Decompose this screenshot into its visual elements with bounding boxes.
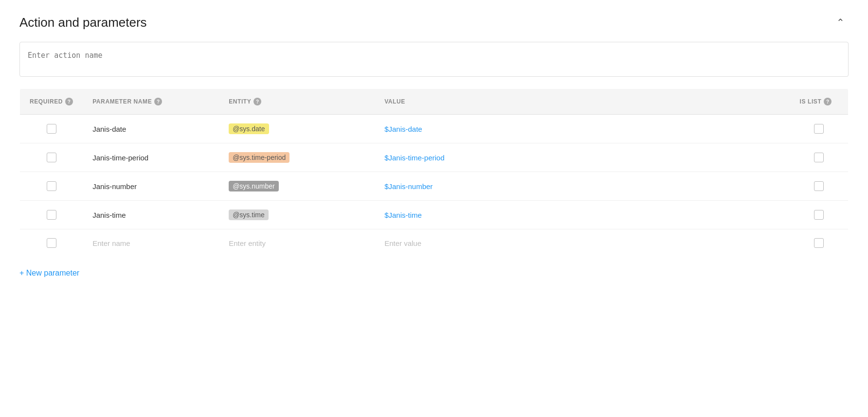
is-list-cell-2 — [790, 172, 849, 201]
collapse-button[interactable]: ⌃ — [832, 15, 849, 30]
parameters-table: REQUIRED ? PARAMETER NAME ? ENTITY ? — [19, 88, 849, 257]
entity-cell-2: @sys.number — [219, 172, 375, 201]
is-list-checkbox-1[interactable] — [814, 153, 824, 162]
value-link-1[interactable]: $Janis-time-period — [384, 154, 444, 162]
page-header: Action and parameters ⌃ — [19, 15, 849, 30]
required-checkbox-1[interactable] — [47, 153, 56, 162]
table-header-row: REQUIRED ? PARAMETER NAME ? ENTITY ? — [20, 89, 849, 115]
required-cell-1 — [20, 143, 83, 172]
is-list-checkbox-3[interactable] — [814, 210, 824, 220]
value-cell-2: $Janis-number — [375, 172, 790, 201]
value-cell-0: $Janis-date — [375, 115, 790, 143]
value-link-3[interactable]: $Janis-time — [384, 211, 422, 219]
param-name-cell-2: Janis-number — [83, 172, 219, 201]
entity-cell-1: @sys.time-period — [219, 143, 375, 172]
required-checkbox-2[interactable] — [47, 181, 56, 191]
table-row: Janis-date @sys.date $Janis-date — [20, 115, 849, 143]
is-list-cell-4 — [790, 229, 849, 257]
required-cell-3 — [20, 201, 83, 229]
entity-help-icon[interactable]: ? — [253, 98, 261, 105]
required-cell-4 — [20, 229, 83, 257]
value-link-2[interactable]: $Janis-number — [384, 182, 433, 191]
table-row: Enter name Enter entity Enter value — [20, 229, 849, 257]
param-name-help-icon[interactable]: ? — [154, 98, 162, 105]
table-row: Janis-number @sys.number $Janis-number — [20, 172, 849, 201]
param-name-cell-0: Janis-date — [83, 115, 219, 143]
new-parameter-button[interactable]: + New parameter — [19, 267, 79, 279]
is-list-checkbox-0[interactable] — [814, 124, 824, 134]
value-link-0[interactable]: $Janis-date — [384, 125, 422, 133]
value-cell-1: $Janis-time-period — [375, 143, 790, 172]
value-cell-3: $Janis-time — [375, 201, 790, 229]
entity-cell-3: @sys.time — [219, 201, 375, 229]
required-checkbox-0[interactable] — [47, 124, 56, 134]
required-cell-2 — [20, 172, 83, 201]
is-list-cell-1 — [790, 143, 849, 172]
required-checkbox-4[interactable] — [47, 238, 56, 248]
required-checkbox-3[interactable] — [47, 210, 56, 220]
col-header-entity: ENTITY ? — [219, 89, 375, 115]
action-name-input[interactable] — [19, 42, 849, 77]
page-title: Action and parameters — [19, 15, 147, 30]
is-list-checkbox-2[interactable] — [814, 181, 824, 191]
required-cell-0 — [20, 115, 83, 143]
table-row: Janis-time-period @sys.time-period $Jani… — [20, 143, 849, 172]
required-help-icon[interactable]: ? — [65, 98, 73, 105]
page-container: Action and parameters ⌃ REQUIRED ? PARAM… — [19, 15, 849, 279]
param-name-cell-1: Janis-time-period — [83, 143, 219, 172]
col-header-value: VALUE — [375, 89, 790, 115]
param-name-cell-3: Janis-time — [83, 201, 219, 229]
col-header-required: REQUIRED ? — [20, 89, 83, 115]
is-list-help-icon[interactable]: ? — [824, 98, 832, 105]
col-header-is-list: IS LIST ? — [790, 89, 849, 115]
table-row: Janis-time @sys.time $Janis-time — [20, 201, 849, 229]
value-cell-4: Enter value — [375, 229, 790, 257]
entity-cell-0: @sys.date — [219, 115, 375, 143]
entity-cell-4: Enter entity — [219, 229, 375, 257]
is-list-cell-3 — [790, 201, 849, 229]
param-name-cell-4: Enter name — [83, 229, 219, 257]
is-list-checkbox-4[interactable] — [814, 238, 824, 248]
is-list-cell-0 — [790, 115, 849, 143]
col-header-param-name: PARAMETER NAME ? — [83, 89, 219, 115]
